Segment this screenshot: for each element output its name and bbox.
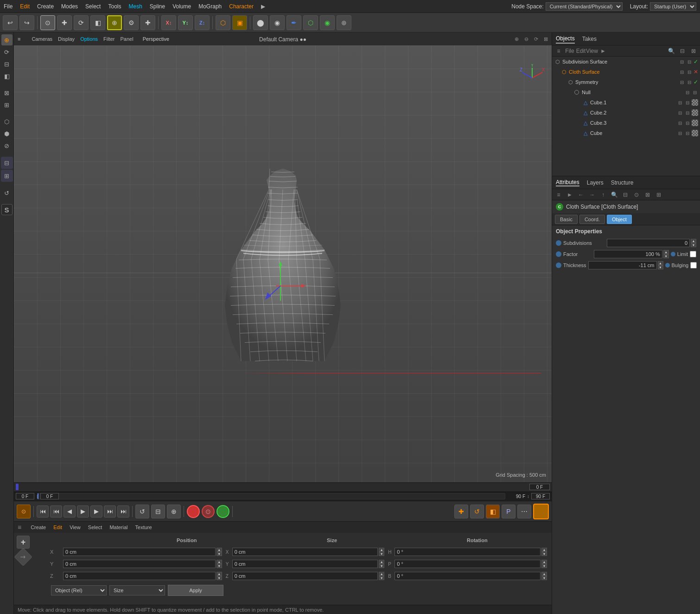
subdivisions-down[interactable]: ▼ xyxy=(691,243,696,247)
go-start-button[interactable]: ⏮ xyxy=(37,505,49,518)
attr-subtab-object[interactable]: Object xyxy=(607,215,632,224)
tab-objects[interactable]: Objects xyxy=(556,34,575,44)
render-badge-6[interactable]: ⊟ xyxy=(684,109,691,116)
attr-tab-structure[interactable]: Structure xyxy=(611,179,634,186)
tool-move[interactable]: ⊕ xyxy=(1,34,13,45)
object-mode-dropdown[interactable]: Object (Rel) xyxy=(51,585,107,595)
thickness-up[interactable]: ▲ xyxy=(658,261,663,265)
current-frame-input[interactable] xyxy=(16,493,34,499)
select-tool-button[interactable]: ⊕ xyxy=(107,15,122,30)
material-badge-5[interactable] xyxy=(692,99,698,106)
viewport-menu-filter[interactable]: Filter xyxy=(103,36,115,42)
viewport-ctrl-4[interactable]: ⊠ xyxy=(544,36,548,42)
menu-select[interactable]: Select xyxy=(85,3,101,10)
obj-cube3[interactable]: △ Cube.3 ⊟ ⊟ xyxy=(552,118,700,128)
mode-object-button[interactable]: ◧ xyxy=(90,15,105,30)
render-badge[interactable]: ⊟ xyxy=(686,58,693,65)
attr-input-thickness[interactable] xyxy=(588,261,657,269)
attr-checkbox-bulging[interactable] xyxy=(690,262,697,269)
visibility-badge-7[interactable]: ⊟ xyxy=(677,120,683,126)
attr-tb-up[interactable]: ↑ xyxy=(598,191,608,199)
factor-up[interactable]: ▲ xyxy=(663,250,669,254)
attr-tb-filter[interactable]: ⊟ xyxy=(621,191,630,199)
mode-polygons-button[interactable]: ⟳ xyxy=(74,15,89,30)
redo-button[interactable]: ↪ xyxy=(19,15,34,30)
render-badge-4[interactable]: ⊟ xyxy=(692,89,698,96)
attr-tb-menu[interactable]: ≡ xyxy=(554,191,563,199)
attr-tb-more[interactable]: ► xyxy=(565,191,574,199)
viewport-ctrl-3[interactable]: ⟳ xyxy=(534,36,538,42)
orange-record-button[interactable] xyxy=(533,504,549,519)
bottom-hamburger[interactable]: ≡ xyxy=(18,524,21,531)
motion-record-button[interactable]: P xyxy=(502,505,515,518)
timeline-slider-area[interactable]: ↕ 90 F ↕ xyxy=(14,492,552,501)
tool-scale[interactable]: ⊟ xyxy=(1,58,13,70)
viewport-container[interactable]: ≡ Cameras Display Options Filter Panel P… xyxy=(14,32,552,482)
attr-tb-forward[interactable]: → xyxy=(587,191,597,199)
menu-mograph[interactable]: MoGraph xyxy=(198,3,222,10)
layout-dropdown[interactable]: Startup (User) xyxy=(650,2,696,11)
next-frame-button[interactable]: ▶ xyxy=(90,505,102,518)
mode-edges-button[interactable]: ✚ xyxy=(57,15,72,30)
attr-tab-layers[interactable]: Layers xyxy=(587,179,604,186)
render-settings-button[interactable]: ⊕ xyxy=(337,15,351,30)
attr-checkbox-limit[interactable] xyxy=(690,251,696,257)
menu-file[interactable]: File xyxy=(4,3,13,10)
next-keyframe-button[interactable]: ⏭ xyxy=(104,505,116,518)
render-object-button[interactable]: ⬡ xyxy=(216,15,230,30)
size-mode-dropdown[interactable]: Size xyxy=(109,585,165,595)
tab-takes[interactable]: Takes xyxy=(582,35,597,43)
viewport-menu-options[interactable]: Options xyxy=(80,36,98,42)
menu-modes[interactable]: Modes xyxy=(61,3,78,10)
obj-tb-file[interactable]: File xyxy=(565,47,574,55)
obj-tb-menu[interactable]: ≡ xyxy=(554,47,563,55)
obj-tb-edit[interactable]: Edit xyxy=(576,47,585,55)
tool-transform[interactable]: ◧ xyxy=(1,70,13,82)
attr-subtab-coord[interactable]: Coord. xyxy=(579,215,605,224)
render-badge-7[interactable]: ⊟ xyxy=(684,120,691,126)
visibility-badge-5[interactable]: ⊟ xyxy=(677,99,683,106)
menu-tools[interactable]: Tools xyxy=(108,3,121,10)
auto-keyframe-button[interactable] xyxy=(187,505,200,518)
visibility-badge[interactable]: ⊟ xyxy=(679,58,685,65)
prev-keyframe-button[interactable]: ⏮ xyxy=(50,505,62,518)
viewport-menu-display[interactable]: Display xyxy=(58,36,75,42)
viewport-canvas[interactable]: X Y Z Grid Spacing : 500 cm xyxy=(14,45,552,482)
obj-cube2[interactable]: △ Cube.2 ⊟ ⊟ xyxy=(552,108,700,118)
visibility-badge-2[interactable]: ⊟ xyxy=(679,69,685,75)
animation-layer-button[interactable]: ⊟ xyxy=(151,505,165,518)
visibility-badge-4[interactable]: ⊟ xyxy=(684,89,691,96)
attr-input-factor[interactable] xyxy=(594,250,662,258)
obj-tb-view[interactable]: View xyxy=(587,47,597,55)
render-badge-3[interactable]: ⊟ xyxy=(686,79,693,85)
move-tool-button[interactable]: ✚ xyxy=(140,15,155,30)
attr-tb-options2[interactable]: ⊠ xyxy=(643,191,652,199)
motion-clip-button[interactable]: ⊕ xyxy=(167,505,181,518)
menu-more[interactable]: ▶ xyxy=(261,3,265,10)
subdivisions-up[interactable]: ▲ xyxy=(691,239,696,243)
light-button[interactable]: ◉ xyxy=(320,15,335,30)
keyframe-all-button[interactable] xyxy=(216,505,229,518)
add-object-button[interactable]: + xyxy=(17,536,30,549)
bottom-menu-view[interactable]: View xyxy=(70,524,81,530)
material-badge-6[interactable] xyxy=(692,109,698,116)
rot-h-input[interactable] xyxy=(395,548,541,556)
frame-input-2[interactable] xyxy=(40,493,59,499)
thickness-down[interactable]: ▼ xyxy=(658,265,663,269)
dots-button[interactable]: ⋯ xyxy=(517,505,531,518)
attr-tb-options3[interactable]: ⊞ xyxy=(654,191,663,199)
camera-ortho-button[interactable]: ◉ xyxy=(270,15,285,30)
loop-button[interactable]: ↺ xyxy=(135,505,149,518)
delete-keyframe-button[interactable]: ↺ xyxy=(470,505,484,518)
arrow-tool-button[interactable]: ↗ xyxy=(14,548,32,566)
menu-mesh[interactable]: Mesh xyxy=(128,3,142,10)
rot-b-input[interactable] xyxy=(395,572,541,580)
menu-volume[interactable]: Volume xyxy=(172,3,191,10)
live-select-button[interactable]: ⚙ xyxy=(124,15,139,30)
obj-tb-search[interactable]: 🔍 xyxy=(667,47,676,55)
apply-button[interactable]: Apply xyxy=(168,585,223,596)
camera-perspective-button[interactable]: ⬤ xyxy=(253,15,268,30)
pos-x-input[interactable] xyxy=(63,548,216,556)
axis-y-button[interactable]: Y↕ xyxy=(178,15,193,30)
tool-bevel[interactable]: ⬢ xyxy=(1,128,13,139)
